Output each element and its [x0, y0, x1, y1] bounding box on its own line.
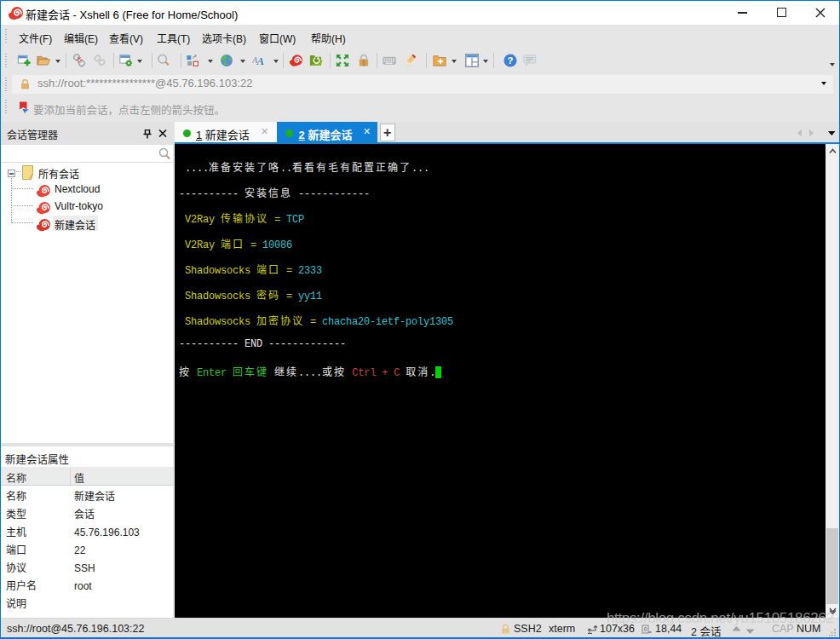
svg-text:A: A — [256, 55, 263, 67]
svg-text:?: ? — [508, 55, 514, 66]
svg-text:0: 0 — [644, 626, 647, 632]
